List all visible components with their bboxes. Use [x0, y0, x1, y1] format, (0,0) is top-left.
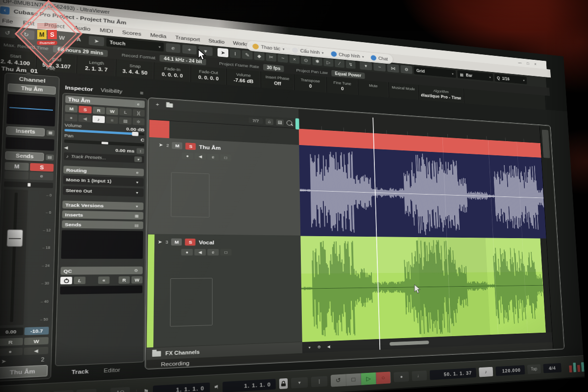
close-button[interactable]: ×: [534, 62, 537, 66]
output-routing-dropdown[interactable]: Stereo Out ▾: [63, 186, 144, 197]
section-track-versions[interactable]: Track Versions ▾: [62, 200, 144, 210]
track-name[interactable]: Vocal: [199, 239, 215, 245]
info-mute[interactable]: Mute: [358, 80, 389, 98]
time-signature-display[interactable]: 4/4: [543, 363, 562, 373]
menu-midi[interactable]: MIDI: [100, 27, 113, 34]
qc-power-button[interactable]: [60, 277, 72, 285]
track-solo-button[interactable]: S: [186, 143, 196, 150]
quantize-dropdown[interactable]: Q 1/16 ▾: [494, 74, 527, 84]
edit-channel-icon[interactable]: e: [166, 43, 180, 53]
lanes-icon[interactable]: ≡: [106, 116, 118, 124]
track-folder-icon[interactable]: [166, 103, 173, 107]
position-display[interactable]: 50. 1. 1. 37: [430, 368, 476, 380]
scroll-left-icon[interactable]: ◀: [325, 343, 332, 349]
automation-w-button[interactable]: W: [54, 32, 70, 43]
inspector-mute-button[interactable]: M: [65, 105, 78, 113]
zone-divider-handle[interactable]: [295, 118, 299, 129]
tab-visibility[interactable]: Visibility: [100, 87, 122, 94]
section-sends[interactable]: Sends ▤: [62, 220, 143, 229]
automation-arrow-icon[interactable]: ➤: [89, 36, 104, 46]
vertical-scrollbar-handle[interactable]: [542, 130, 550, 158]
crossfade-icon[interactable]: ~: [373, 62, 386, 72]
qc-read-button[interactable]: R: [119, 276, 130, 284]
channel-name-plate[interactable]: Thu Âm: [0, 365, 48, 379]
pan-control[interactable]: [4, 181, 53, 188]
visible-track-count[interactable]: 7/7: [248, 118, 263, 124]
phase-icon[interactable]: )(: [133, 109, 145, 117]
menu-file[interactable]: File: [2, 18, 13, 24]
monitor-icon[interactable]: ◀: [24, 347, 48, 355]
input-routing-dropdown[interactable]: Mono In 1 (Input 1) ▾: [63, 175, 144, 187]
menu-studio[interactable]: Studio: [208, 38, 224, 45]
edit-channel-icon[interactable]: e: [135, 101, 142, 107]
channel-bypass-icon[interactable]: e: [29, 172, 53, 181]
qc-rewind-button[interactable]: «: [98, 276, 110, 284]
section-inserts[interactable]: Inserts ▦: [62, 210, 144, 220]
undo-button[interactable]: ↺: [0, 27, 16, 38]
peak-value[interactable]: -10.7: [24, 327, 49, 335]
monitor-icon[interactable]: ◀: [195, 153, 206, 160]
output-levels-icon[interactable]: ◀▾: [53, 390, 74, 392]
maximize-button[interactable]: □: [527, 61, 529, 66]
ultraviewer-back-icon[interactable]: ‹: [0, 6, 10, 15]
edit-channel-icon[interactable]: e: [207, 154, 219, 161]
channel-sends-button[interactable]: Sends: [5, 151, 44, 161]
home-icon[interactable]: ⌂: [266, 118, 273, 124]
menu-media[interactable]: Media: [150, 32, 166, 39]
inserts-slot[interactable]: [5, 137, 54, 151]
track-mute-button[interactable]: M: [172, 142, 182, 149]
track-mute-button[interactable]: M: [172, 239, 182, 246]
channel-read-button[interactable]: R: [0, 338, 23, 346]
delay-stepper[interactable]: ↕: [137, 148, 145, 154]
menu-transport[interactable]: Transport: [175, 35, 200, 43]
object-select-tool[interactable]: ➤: [218, 48, 228, 58]
info-volume[interactable]: Volume-7.66 dB: [226, 69, 261, 88]
cycle-button[interactable]: ↺: [331, 374, 346, 387]
delay-value[interactable]: 0.00 ms: [115, 147, 134, 153]
snap-gear-icon[interactable]: ⚙: [400, 65, 412, 74]
info-insert-phase[interactable]: Insert PhaseOff: [261, 72, 294, 90]
audio-event-vocal[interactable]: [300, 236, 546, 342]
freeze-icon[interactable]: ✲: [132, 118, 145, 125]
metronome-button[interactable]: ♩: [412, 370, 427, 381]
info-snap[interactable]: Snap3. 4. 4. 50: [116, 59, 154, 79]
menu-audio[interactable]: Audio: [74, 25, 91, 32]
workspace-icon[interactable]: +: [182, 45, 196, 54]
range-select-tool[interactable]: I: [230, 49, 241, 58]
draw-tool[interactable]: ✎: [242, 50, 253, 59]
hand-tool[interactable]: ✱: [312, 57, 322, 66]
horizontal-scrollbar-handle[interactable]: [390, 341, 429, 346]
qc-learn-button[interactable]: L: [74, 277, 86, 284]
inspector-track-name[interactable]: Thu Âm: [68, 97, 90, 103]
pre-roll-button[interactable]: ●: [394, 371, 409, 382]
minimize-button[interactable]: —: [518, 60, 522, 65]
inspector-menu-icon[interactable]: ≡: [138, 90, 145, 96]
channel-solo-button[interactable]: S: [30, 163, 54, 172]
uv-action-thao-t-c[interactable]: Thao tác▾: [252, 43, 284, 51]
inspector-write-button[interactable]: W: [106, 107, 118, 115]
control-room-icon[interactable]: ⊕▾: [76, 389, 97, 392]
caret-down-icon[interactable]: ▾: [306, 344, 313, 350]
section-routing[interactable]: Routing e: [63, 166, 144, 176]
tempo-display[interactable]: 120.000: [495, 365, 525, 376]
glue-tool[interactable]: ~: [278, 53, 288, 63]
track-row-vocal[interactable]: ➤ 3 M S Vocal ● ◀ e □: [147, 234, 302, 348]
line-tool[interactable]: ∕: [335, 59, 344, 68]
monitor-icon[interactable]: ◀: [195, 249, 206, 255]
channel-write-button[interactable]: W: [24, 337, 49, 345]
split-tool[interactable]: ✂: [266, 52, 276, 62]
menu-project[interactable]: Project: [44, 22, 65, 29]
add-track-button[interactable]: +: [154, 101, 161, 107]
lock-button[interactable]: [279, 378, 288, 389]
right-locator-display[interactable]: 1. 1. 1. 0: [222, 379, 276, 392]
erase-tool[interactable]: ◆: [254, 51, 265, 61]
uv-action-chat[interactable]: Chat: [370, 55, 388, 62]
mute-tool[interactable]: ×: [289, 54, 299, 64]
color-tool-caret[interactable]: ▾: [360, 61, 372, 71]
qc-write-button[interactable]: W: [131, 276, 143, 284]
pan-value[interactable]: C: [141, 137, 145, 143]
record-enable-icon[interactable]: ●: [0, 348, 23, 356]
sends-slots[interactable]: [61, 230, 143, 259]
info-fade-in[interactable]: Fade-In0. 0. 0. 0: [154, 62, 191, 82]
edit-channel-icon[interactable]: e: [207, 249, 219, 255]
